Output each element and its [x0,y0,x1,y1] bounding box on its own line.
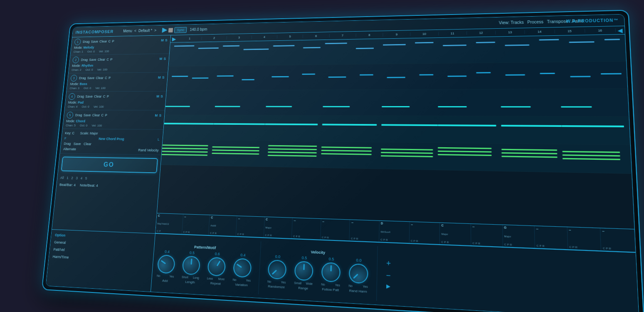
tab-2[interactable]: 2 [71,176,73,180]
track-5-p[interactable]: P [105,113,107,117]
chord-9-p[interactable]: P [383,238,385,241]
f-label[interactable]: F [64,136,67,140]
track-4-m[interactable]: M [156,94,159,98]
randomize-knob[interactable] [264,256,290,283]
menu-button[interactable]: Menu [123,29,132,33]
track-3-m[interactable]: M [158,76,160,79]
sync-button[interactable]: Sync [174,27,187,33]
chord-clear-button[interactable]: Clear [83,142,91,146]
chord-12-p[interactable]: P [475,242,477,245]
bpm-display[interactable]: 140.0 bpm [190,27,207,32]
nav-arrow-left[interactable]: < [134,29,136,33]
chord-save-button[interactable]: Save [73,142,81,146]
track-4-c[interactable]: C [103,94,105,98]
chord-16-p[interactable]: P [606,247,608,250]
nav-arrow-right[interactable]: > [154,28,156,32]
track-2-c[interactable]: C [106,58,109,62]
tab-4[interactable]: 4 [80,176,82,180]
track-1-m[interactable]: M [160,38,163,42]
track-1-save[interactable]: Save [91,40,98,43]
chord-7-p[interactable]: P [324,236,326,239]
chord-10-c[interactable]: C [410,240,412,243]
track-5-drag[interactable]: Drag [75,113,82,117]
track-2-s[interactable]: S [163,57,166,61]
tab-3[interactable]: 3 [76,176,78,180]
chord-16-r[interactable]: R [609,247,611,250]
chord-4-r[interactable]: R [242,233,244,235]
l-label[interactable]: L [157,137,159,141]
track-5-m[interactable]: M [155,114,158,117]
note-beat-display[interactable]: Note/Beat: 4 [79,183,98,188]
rand-harm-knob[interactable] [345,260,372,287]
chord-11-r[interactable]: R [447,241,449,244]
chord-6-p[interactable]: P [296,235,297,238]
track-4-clear[interactable]: Clear [94,94,101,98]
chord-15-p[interactable]: P [572,246,574,249]
alternate-label[interactable]: Alternate [63,147,76,151]
chord-3-r[interactable]: R [215,232,217,235]
track-3-save[interactable]: Save [87,76,94,80]
track-2-clear[interactable]: Clear [97,58,105,62]
process-button[interactable]: Process [527,20,543,25]
track-1-drag[interactable]: Drag [82,40,89,44]
chord-8-c[interactable]: C [350,237,353,240]
track-5-clear[interactable]: Clear [92,113,100,117]
chord-8-p[interactable]: P [353,237,355,240]
track-3-p[interactable]: P [108,76,111,80]
chord-5-r[interactable]: R [270,234,272,237]
track-2-m[interactable]: M [159,57,162,61]
chord-drag-button[interactable]: Drag [64,142,71,146]
chord-4-p[interactable]: P [239,233,241,235]
chord-11-p[interactable]: P [444,241,446,244]
tab-all[interactable]: All [60,176,64,180]
scale-display[interactable]: Scale: Major [80,131,98,136]
chord-1-p[interactable]: P [159,230,160,232]
chord-13-c[interactable]: C [504,243,506,246]
chord-2-p[interactable]: P [185,231,187,233]
chord-6-c[interactable]: C [293,235,295,238]
repeat-knob[interactable] [204,254,229,280]
track-4-s[interactable]: S [160,94,163,98]
bottom-play-button[interactable]: ▶ [386,283,390,290]
chord-10-r[interactable]: R [416,240,418,243]
variation-knob[interactable] [230,255,255,281]
track-4-save[interactable]: Save [85,94,93,98]
track-3-drag[interactable]: Drag [79,76,86,80]
plus-button[interactable]: + [386,259,390,268]
preset-name[interactable]: Default * [138,28,152,32]
chord-14-p[interactable]: P [539,245,541,248]
track-1-clear[interactable]: Clear [99,40,107,43]
chord-2-r[interactable]: R [188,231,189,233]
chord-6-r[interactable]: R [298,235,300,238]
track-1-c[interactable]: C [108,40,111,43]
track-2-drag[interactable]: Drag [81,58,88,62]
play-button[interactable] [162,27,167,33]
chord-3-p[interactable]: P [212,232,214,234]
chord-15-r[interactable]: R [575,246,577,249]
chord-2-c[interactable]: C [183,231,185,233]
chord-11-c[interactable]: C [441,241,443,244]
stop-button[interactable] [168,28,173,32]
track-3-clear[interactable]: Clear [96,76,104,80]
tab-1[interactable]: 1 [66,176,68,180]
track-1-p[interactable]: P [112,40,114,43]
tab-5[interactable]: 5 [85,176,87,180]
chord-9-c[interactable]: C [380,238,382,241]
chord-3-c[interactable]: C [210,232,212,234]
chord-12-c[interactable]: C [472,242,474,245]
track-3-c[interactable]: C [104,76,107,80]
chord-13-r[interactable]: R [510,243,512,246]
track-5-save[interactable]: Save [83,113,91,117]
view-tracks-button[interactable]: View: Tracks [498,20,523,25]
chord-5-p[interactable]: P [267,234,269,236]
follow-patt-knob[interactable] [321,262,341,282]
chord-4-c[interactable]: C [237,233,239,235]
chord-9-r[interactable]: R [386,238,388,241]
track-4-drag[interactable]: Drag [77,94,84,98]
key-display[interactable]: Key: C [64,131,74,135]
end-arrow[interactable]: ◀ [615,27,624,33]
track-2-p[interactable]: P [110,57,112,61]
range-knob[interactable] [294,261,313,281]
chord-14-c[interactable]: C [536,244,538,247]
chord-8-r[interactable]: R [356,238,358,240]
